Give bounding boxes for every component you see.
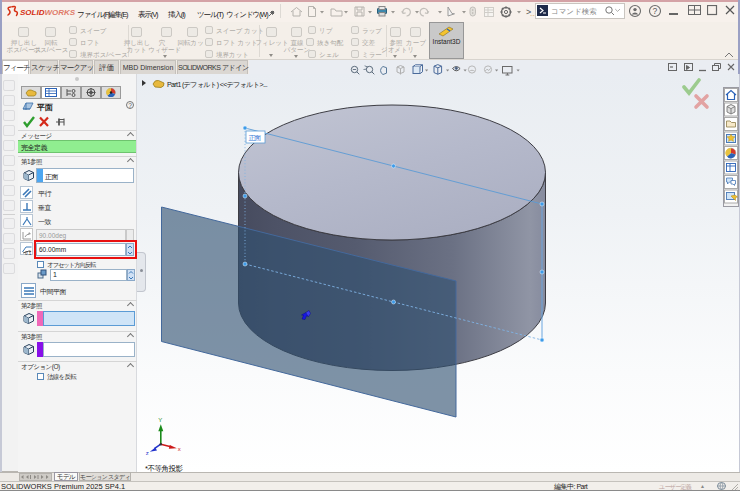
svg-text:?: ? — [653, 6, 658, 16]
svg-text:*不等角投影: *不等角投影 — [145, 464, 183, 473]
svg-text:正面: 正面 — [249, 134, 262, 142]
svg-text:x: x — [178, 446, 181, 452]
svg-text:z: z — [146, 450, 149, 456]
svg-text:0.1: 0.1 — [25, 251, 32, 256]
svg-text:SOLIDWORKS: SOLIDWORKS — [20, 8, 76, 17]
svg-text:Y: Y — [158, 417, 162, 423]
